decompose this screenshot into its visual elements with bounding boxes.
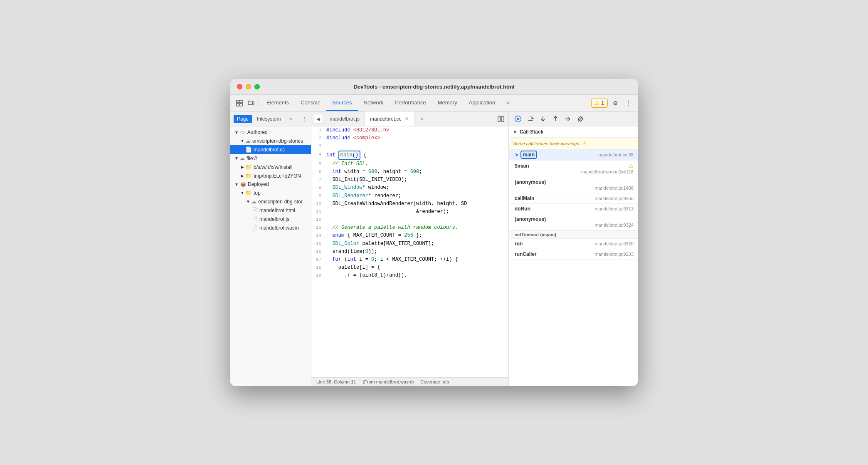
tab-elements[interactable]: Elements bbox=[261, 95, 295, 111]
call-frame-anon1-name: (anonymous) bbox=[515, 179, 634, 185]
call-frame-anon1[interactable]: (anonymous) mandelbrot.js:1488 bbox=[509, 177, 638, 193]
code-line-17: 17 for (int i = 0; i < MAX_ITER_COUNT; +… bbox=[311, 256, 508, 264]
close-button[interactable] bbox=[237, 84, 242, 89]
code-line-9: 9 SDL_Renderer* renderer; bbox=[311, 192, 508, 200]
tree-item-top[interactable]: ▼ 📁 top bbox=[230, 188, 311, 197]
svg-rect-6 bbox=[498, 116, 501, 121]
tree-item-mandelbrot-wasm[interactable]: 📄 mandelbrot.wasm bbox=[230, 223, 311, 232]
device-toggle-icon[interactable] bbox=[245, 97, 257, 109]
call-frame-callmain-row: callMain mandelbrot.js:9256 bbox=[515, 195, 634, 201]
arrow-authored: ▼ bbox=[234, 130, 239, 135]
call-frame-runcaller-loc: mandelbrot.js:9233 bbox=[594, 252, 634, 257]
arrow-top: ▼ bbox=[239, 190, 245, 195]
navigator-toggle[interactable]: ◀ bbox=[313, 114, 323, 124]
svg-marker-9 bbox=[517, 117, 520, 120]
tree-item-install[interactable]: ▶ 📁 b/s/w/ir/x/w/install bbox=[230, 163, 311, 171]
tree-item-authored[interactable]: ▼ <> Authored bbox=[230, 128, 311, 136]
call-frame-anon1-info: (anonymous) mandelbrot.js:1488 bbox=[515, 179, 634, 191]
main-content: Page Filesystem » ⋮ ▼ <> Authored ▼ ☁ em… bbox=[230, 111, 638, 386]
deactivate-button[interactable] bbox=[575, 113, 586, 125]
tree-item-mandelbrot-js[interactable]: 📄 mandelbrot.js bbox=[230, 215, 311, 223]
step-out-button[interactable] bbox=[550, 113, 561, 125]
file-icon-html: 📄 bbox=[251, 207, 258, 213]
authored-label: Authored bbox=[247, 129, 268, 135]
step-button[interactable] bbox=[562, 113, 574, 125]
async-divider: setTimeout (async) bbox=[509, 230, 638, 239]
folder-icon-top: 📁 bbox=[245, 190, 252, 196]
svg-rect-1 bbox=[237, 104, 239, 106]
call-frame-main[interactable]: ➤ main mandelbrot.cc:38 bbox=[509, 149, 638, 161]
tab-page[interactable]: Page bbox=[234, 115, 252, 123]
tree-item-emscripten-authored[interactable]: ▼ ☁ emscripten-dbg-stories bbox=[230, 136, 311, 145]
call-stack-header[interactable]: ▼ Call Stack bbox=[509, 126, 638, 138]
warning-count: 1 bbox=[601, 100, 604, 106]
code-line-6: 6 int width = 600, height = 600; bbox=[311, 168, 508, 176]
call-frame-anon2-loc: mandelbrot.js:9324 bbox=[594, 223, 634, 228]
smain-warning-icon: ⚠ bbox=[629, 163, 634, 169]
tab-sources[interactable]: Sources bbox=[326, 95, 358, 111]
tab-performance[interactable]: Performance bbox=[389, 95, 432, 111]
menu-icon[interactable]: ⋮ bbox=[302, 116, 308, 122]
step-into-button[interactable] bbox=[537, 113, 549, 125]
step-over-button[interactable] bbox=[525, 113, 536, 125]
code-line-3: 3 bbox=[311, 142, 508, 150]
debugger-toolbar bbox=[509, 111, 638, 126]
tree-item-mandelbrot-cc[interactable]: 📄 mandelbrot.cc bbox=[230, 145, 311, 154]
tab-more-files[interactable]: » bbox=[286, 115, 295, 123]
more-tabs-icon[interactable]: » bbox=[417, 114, 427, 124]
tab-mandelbrot-js[interactable]: mandelbrot.js bbox=[325, 111, 365, 126]
code-line-2: 2 #include <complex> bbox=[311, 134, 508, 142]
tab-network[interactable]: Network bbox=[358, 95, 390, 111]
tree-item-emscripten-deployed[interactable]: ▼ ☁ emscripten-dbg-stor bbox=[230, 197, 311, 206]
call-frame-anon2[interactable]: (anonymous) mandelbrot.js:9324 bbox=[509, 214, 638, 230]
maximize-button[interactable] bbox=[254, 84, 260, 89]
code-line-19: 19 .r = (uint8_t)rand(), bbox=[311, 272, 508, 279]
call-frame-main-loc: mandelbrot.cc:38 bbox=[599, 152, 634, 157]
devtools-window: DevTools - emscripten-dbg-stories.netlif… bbox=[230, 79, 638, 386]
call-frame-callmain[interactable]: callMain mandelbrot.js:9256 bbox=[509, 193, 638, 204]
tab-more[interactable]: » bbox=[501, 95, 515, 111]
call-frame-dorun[interactable]: doRun mandelbrot.js:9313 bbox=[509, 204, 638, 214]
angle-brackets-icon: <> bbox=[240, 130, 246, 135]
resume-button[interactable] bbox=[512, 113, 524, 125]
split-editor-icon[interactable] bbox=[495, 113, 507, 125]
code-area[interactable]: 1 #include <SDL2/SDL.h> 2 #include <comp… bbox=[311, 126, 508, 377]
source-link[interactable]: mandelbrot.wasm bbox=[376, 379, 412, 384]
call-frame-run[interactable]: run mandelbrot.js:9320 bbox=[509, 239, 638, 249]
tab-console[interactable]: Console bbox=[295, 95, 326, 111]
tab-memory[interactable]: Memory bbox=[432, 95, 463, 111]
toolbar-right: ⚠ 1 ⚙ ⋮ bbox=[591, 97, 634, 109]
tab-application[interactable]: Application bbox=[463, 95, 501, 111]
call-frame-callmain-name: callMain bbox=[515, 195, 534, 201]
arrow-deployed: ▼ bbox=[234, 182, 239, 187]
tree-item-tmp[interactable]: ▶ 📁 tmp/tmp.ELcTq2YGN bbox=[230, 171, 311, 180]
install-label: b/s/w/ir/x/w/install bbox=[254, 164, 292, 170]
mandelbrot-html-label: mandelbrot.html bbox=[259, 208, 295, 213]
call-frame-runcaller[interactable]: runCaller mandelbrot.js:9233 bbox=[509, 249, 638, 260]
tree-item-fileuri[interactable]: ▼ ☁ file:// bbox=[230, 154, 311, 163]
tab-filesystem[interactable]: Filesystem bbox=[254, 115, 284, 123]
mandelbrot-cc-label: mandelbrot.cc bbox=[254, 147, 285, 153]
inspect-icon[interactable] bbox=[234, 97, 245, 109]
warning-badge[interactable]: ⚠ 1 bbox=[591, 99, 608, 108]
emscripten-authored-label: emscripten-dbg-stories bbox=[252, 138, 303, 144]
more-options-icon[interactable]: ⋮ bbox=[623, 97, 634, 109]
tab-bar: Elements Console Sources Network Perform… bbox=[261, 95, 591, 111]
call-frames-warning: Some call frames have warnings ⚠ bbox=[509, 138, 638, 149]
tab-mandelbrot-cc[interactable]: mandelbrot.cc ✕ bbox=[365, 111, 415, 126]
tree-item-mandelbrot-html[interactable]: 📄 mandelbrot.html bbox=[230, 206, 311, 215]
call-frame-dorun-info: doRun mandelbrot.js:9313 bbox=[515, 206, 634, 212]
emscripten-deployed-label: emscripten-dbg-stor bbox=[258, 199, 303, 205]
minimize-button[interactable] bbox=[246, 84, 251, 89]
call-frame-anon2-name: (anonymous) bbox=[515, 216, 634, 222]
right-panel: ▼ Call Stack Some call frames have warni… bbox=[509, 111, 638, 386]
call-frame-runcaller-name: runCaller bbox=[515, 251, 537, 257]
settings-icon[interactable]: ⚙ bbox=[609, 97, 621, 109]
code-line-8: 8 SDL_Window* window; bbox=[311, 184, 508, 192]
close-tab-icon[interactable]: ✕ bbox=[404, 116, 409, 122]
code-line-5: 5 // Init SDL. bbox=[311, 160, 508, 168]
code-panel: ◀ mandelbrot.js mandelbrot.cc ✕ » bbox=[311, 111, 509, 386]
arrow-emscripten-deployed: ▼ bbox=[245, 199, 251, 204]
tree-item-deployed[interactable]: ▼ 📦 Deployed bbox=[230, 180, 311, 188]
call-frame-smain[interactable]: $main ⚠ mandelbrot.wasm:0x4118 bbox=[509, 161, 638, 177]
